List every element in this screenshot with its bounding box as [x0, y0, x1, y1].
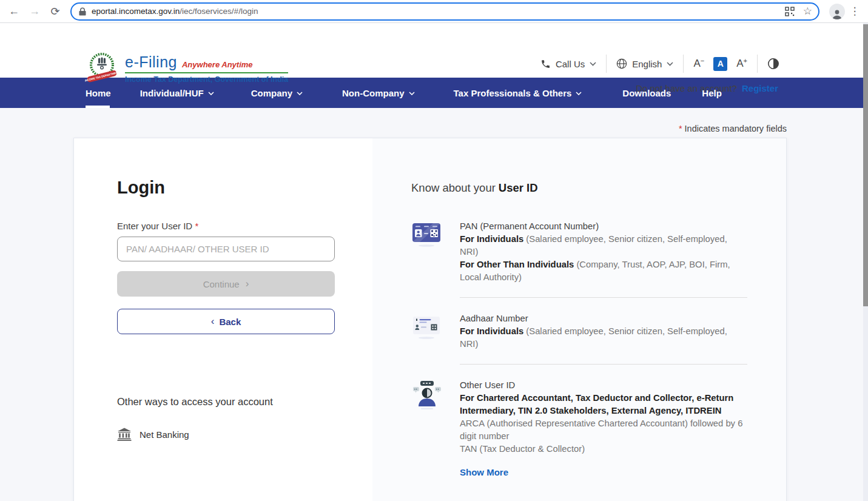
chevron-down-icon: [590, 62, 596, 66]
font-size-controls: A− A A+: [693, 57, 747, 71]
brand-divider: [125, 72, 288, 73]
back-icon[interactable]: ←: [5, 2, 23, 21]
item-line: For Individuals (Salaried employee, Seni…: [460, 233, 747, 258]
language-label: English: [632, 59, 662, 69]
profile-avatar-icon[interactable]: [829, 4, 845, 19]
reload-icon[interactable]: ⟳: [46, 2, 64, 21]
pan-card-icon: [411, 220, 443, 284]
scrollbar-thumb[interactable]: [863, 24, 868, 306]
other-ways-title: Other ways to access your account: [117, 396, 372, 408]
nav-item-individual-huf[interactable]: Individual/HUF: [140, 78, 214, 108]
globe-icon: [616, 58, 627, 69]
nav-item-tax-professionals[interactable]: Tax Professionals & Others: [454, 78, 582, 108]
net-banking-label: Net Banking: [140, 429, 189, 440]
know-user-id-panel: Know about yourUser ID: [372, 138, 786, 501]
font-default-button[interactable]: A: [713, 57, 727, 71]
nav-item-help[interactable]: Help: [702, 78, 722, 108]
item-line: TAN (Tax Deductor & Collector): [460, 443, 747, 456]
divider: [460, 297, 747, 298]
know-heading: Know about yourUser ID: [411, 181, 747, 195]
item-title: PAN (Permanent Account Number): [460, 220, 747, 233]
divider: [606, 55, 607, 73]
url-text: eportal.incometax.gov.in/iec/foservices/…: [92, 7, 785, 16]
header-tools: Call Us English A− A A+: [540, 55, 779, 73]
nav-item-non-company[interactable]: Non-Company: [342, 78, 415, 108]
chevron-left-icon: ‹: [211, 315, 215, 328]
list-item-aadhaar: Aadhaar Number For Individuals (Salaried…: [411, 312, 747, 351]
brand-tagline: Anywhere Anytime: [182, 60, 253, 69]
nav-item-home[interactable]: Home: [86, 78, 111, 108]
item-title: Aadhaar Number: [460, 312, 747, 325]
login-card: Login Enter your User ID * Continue› ‹Ba…: [73, 138, 787, 501]
chevron-down-icon: [576, 92, 582, 95]
lock-icon: [79, 7, 86, 16]
back-button[interactable]: ‹Back: [117, 309, 335, 334]
font-decrease-button[interactable]: A−: [693, 58, 704, 70]
item-line: For Chartered Accountant, Tax Deductor a…: [460, 392, 747, 417]
scrollbar[interactable]: [863, 23, 868, 501]
continue-button[interactable]: Continue›: [117, 271, 335, 297]
call-us-label: Call Us: [556, 59, 585, 69]
chevron-down-icon: [409, 92, 415, 95]
chevron-down-icon: [667, 62, 673, 66]
contrast-toggle-icon[interactable]: [767, 58, 779, 70]
browser-menu-icon[interactable]: ⋮: [847, 5, 862, 18]
divider: [757, 55, 758, 73]
support-person-icon: [411, 379, 443, 479]
language-menu[interactable]: English: [616, 58, 673, 69]
divider: [683, 55, 684, 73]
chevron-right-icon: ›: [246, 278, 249, 290]
bank-icon: [117, 428, 132, 441]
show-more-link[interactable]: Show More: [460, 466, 508, 479]
brand-name: e-Filing: [125, 53, 177, 71]
list-item-other-user-id: Other User ID For Chartered Accountant, …: [411, 379, 747, 479]
qr-code-icon[interactable]: [785, 7, 795, 16]
address-bar[interactable]: eportal.incometax.gov.in/iec/foservices/…: [70, 2, 819, 21]
login-panel: Login Enter your User ID * Continue› ‹Ba…: [74, 138, 372, 501]
font-increase-button[interactable]: A+: [736, 58, 747, 70]
user-id-input[interactable]: [117, 237, 335, 261]
nav-item-company[interactable]: Company: [251, 78, 303, 108]
chevron-down-icon: [297, 92, 303, 95]
item-line: For Individuals (Salaried employee, Seni…: [460, 325, 747, 351]
page-title: Login: [117, 178, 372, 198]
aadhaar-card-icon: [411, 312, 443, 351]
divider: [460, 364, 747, 365]
forward-icon: →: [25, 2, 44, 21]
call-us-menu[interactable]: Call Us: [540, 59, 596, 69]
browser-toolbar: ← → ⟳ eportal.incometax.gov.in/iec/foser…: [0, 0, 868, 23]
nav-item-downloads[interactable]: Downloads: [622, 78, 671, 108]
chevron-down-icon: [208, 92, 214, 95]
url-path: /iec/foservices/#/login: [180, 7, 258, 16]
site-header: INCOME TAX DEPARTMENT e-Filing Anywhere …: [0, 23, 868, 78]
item-title: Other User ID: [460, 379, 747, 392]
mandatory-fields-note: *Indicates mandatory fields: [679, 124, 787, 133]
item-line: ARCA (Authorised Representative Chartere…: [460, 417, 747, 443]
item-line: For Other Than Individuals (Company, Tru…: [460, 258, 747, 284]
register-link[interactable]: Register: [742, 83, 778, 93]
list-item-pan: PAN (Permanent Account Number) For Indiv…: [411, 220, 747, 284]
page-body: *Indicates mandatory fields Login Enter …: [0, 108, 868, 501]
phone-icon: [540, 59, 551, 69]
user-id-label: Enter your User ID *: [117, 221, 372, 231]
bookmark-star-icon[interactable]: ☆: [803, 5, 812, 18]
url-domain: eportal.incometax.gov.in: [92, 7, 180, 16]
net-banking-option[interactable]: Net Banking: [117, 428, 372, 441]
